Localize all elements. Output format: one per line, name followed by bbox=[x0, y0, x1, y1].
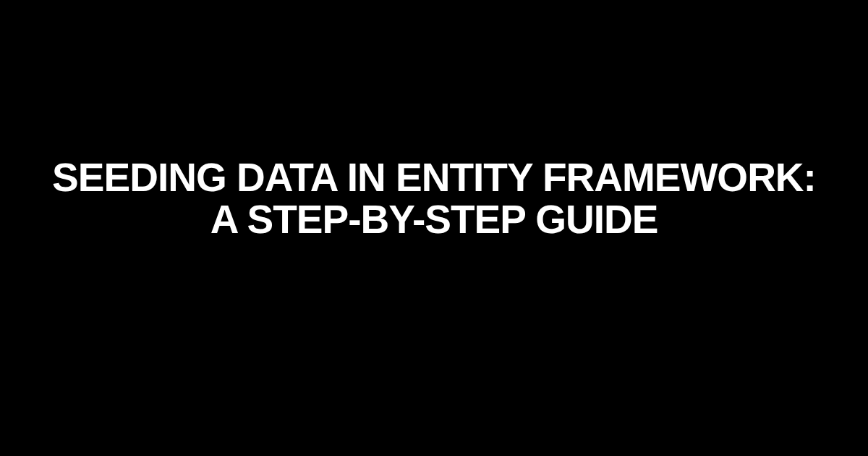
title-container: Seeding Data in Entity Framework: A Step… bbox=[0, 157, 868, 241]
page-title: Seeding Data in Entity Framework: A Step… bbox=[43, 157, 825, 241]
